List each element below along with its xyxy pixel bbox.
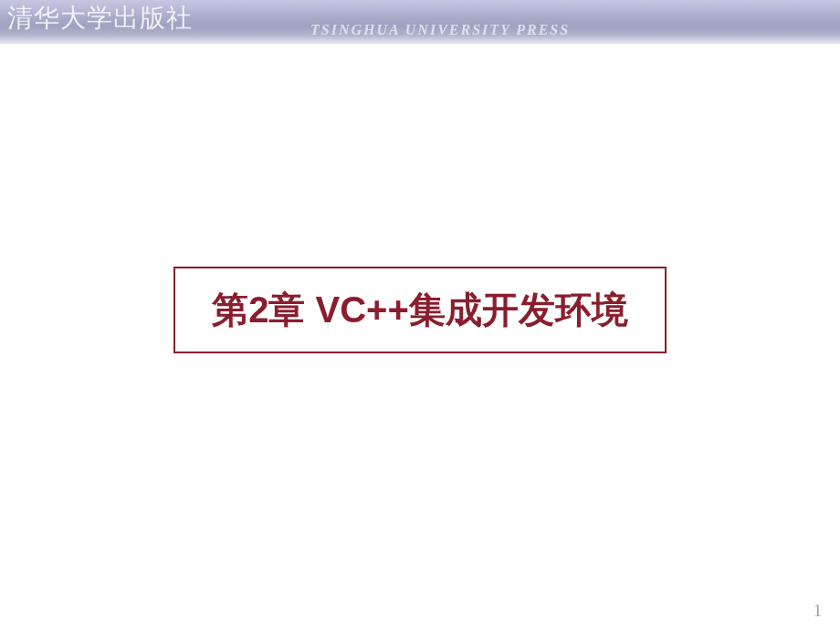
chapter-title: 第2章 VC++集成开发环境 xyxy=(212,285,628,335)
title-box: 第2章 VC++集成开发环境 xyxy=(173,267,667,353)
slide-header: 清华大学出版社 TSINGHUA UNIVERSITY PRESS xyxy=(0,0,840,44)
publisher-name-chinese: 清华大学出版社 xyxy=(7,1,193,36)
slide-body: 第2章 VC++集成开发环境 1 xyxy=(0,44,840,630)
publisher-name-english: TSINGHUA UNIVERSITY PRESS xyxy=(310,22,570,38)
page-number: 1 xyxy=(814,602,822,621)
